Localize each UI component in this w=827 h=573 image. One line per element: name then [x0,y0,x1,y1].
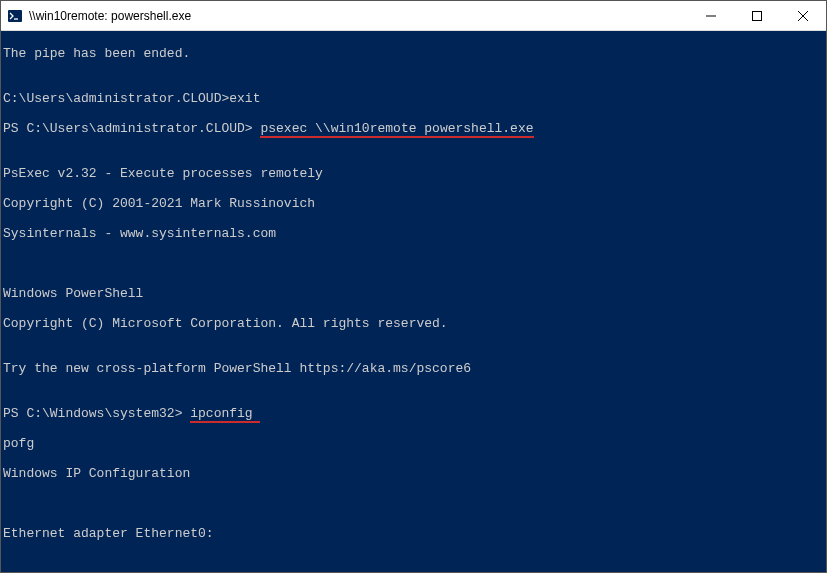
output-line: Connection-specific DNS Suffix . : [3,571,824,572]
output-line: pofg [3,436,824,451]
minimize-button[interactable] [688,1,734,30]
output-line: The pipe has been ended. [3,46,824,61]
prompt: PS C:\Users\administrator.CLOUD> [3,121,260,136]
command-text: ipconfig [190,406,260,423]
prompt: PS C:\Windows\system32> [3,406,190,421]
window-title: \\win10remote: powershell.exe [29,9,688,23]
terminal-output[interactable]: The pipe has been ended. C:\Users\admini… [1,31,826,572]
output-line: Ethernet adapter Ethernet0: [3,526,824,541]
output-line: PS C:\Users\administrator.CLOUD> psexec … [3,121,824,136]
output-line: C:\Users\administrator.CLOUD>exit [3,91,824,106]
svg-rect-0 [8,10,22,22]
window-controls [688,1,826,30]
command-text: psexec \\win10remote powershell.exe [260,121,533,138]
output-line: Windows PowerShell [3,286,824,301]
maximize-button[interactable] [734,1,780,30]
output-line: Windows IP Configuration [3,466,824,481]
command-text: exit [229,91,260,106]
output-line: PsExec v2.32 - Execute processes remotel… [3,166,824,181]
output-line: Copyright (C) Microsoft Corporation. All… [3,316,824,331]
powershell-icon [7,8,23,24]
svg-rect-3 [753,11,762,20]
output-line: Try the new cross-platform PowerShell ht… [3,361,824,376]
output-line: Sysinternals - www.sysinternals.com [3,226,824,241]
output-line: PS C:\Windows\system32> ipconfig [3,406,824,421]
output-line: Copyright (C) 2001-2021 Mark Russinovich [3,196,824,211]
close-button[interactable] [780,1,826,30]
window-titlebar: \\win10remote: powershell.exe [1,1,826,31]
prompt: C:\Users\administrator.CLOUD> [3,91,229,106]
